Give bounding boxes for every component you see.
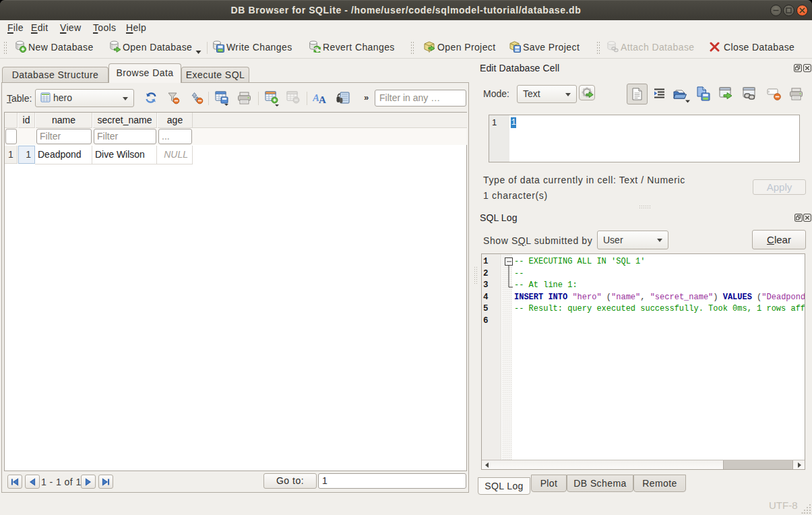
svg-text:A: A xyxy=(319,94,326,104)
